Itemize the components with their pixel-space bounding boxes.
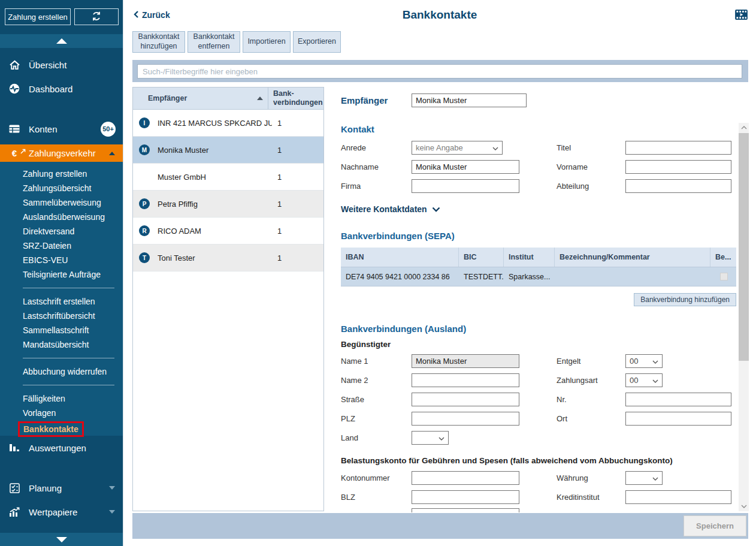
- contact-name: Petra Pfiffig: [152, 200, 272, 209]
- contact-list: Empfänger Bank-verbindungen I INR 421 MA…: [132, 87, 324, 511]
- clipped-input[interactable]: [412, 508, 519, 512]
- submenu-item-faelligkeiten[interactable]: Fälligkeiten: [0, 391, 123, 406]
- column-header-label: Empfänger: [148, 94, 187, 102]
- video-tutorial-button[interactable]: [735, 10, 748, 22]
- submenu-item-mandatsuebersicht[interactable]: Mandatsübersicht: [0, 337, 123, 352]
- submenu-item-abbuchung-widerrufen[interactable]: Abbuchung widerrufen: [0, 364, 123, 379]
- land-select[interactable]: [412, 431, 449, 445]
- column-header-be[interactable]: Be...: [710, 248, 736, 267]
- chevron-down-icon: [652, 473, 658, 482]
- waehrung-select[interactable]: [625, 471, 663, 485]
- export-button[interactable]: Exportieren: [293, 31, 341, 53]
- contact-row-selected[interactable]: M Monika Muster 1: [133, 137, 323, 164]
- titel-input[interactable]: [625, 141, 731, 155]
- abteilung-input[interactable]: [625, 179, 731, 193]
- name2-input[interactable]: [412, 373, 519, 387]
- chevron-down-icon: [109, 486, 115, 490]
- weitere-kontaktdaten-toggle[interactable]: Weitere Kontaktdaten: [341, 204, 440, 214]
- submenu-item-ebics-veu[interactable]: EBICS-VEU: [0, 253, 123, 267]
- submenu-item-sammellastschrift[interactable]: Sammellastschrift: [0, 323, 123, 337]
- plz-input[interactable]: [412, 412, 519, 426]
- submenu-item-zahlungsuebersicht[interactable]: Zahlungsübersicht: [0, 181, 123, 195]
- empfaenger-label: Empfänger: [341, 95, 388, 105]
- avatar-slot: T: [137, 252, 152, 263]
- main-content: Zurück Bankkontakte Bankkontakt hinzufüg…: [123, 0, 756, 546]
- nr-input[interactable]: [625, 393, 731, 406]
- belastungskonto-heading: Belastungskonto für Gebühren und Spesen …: [341, 456, 673, 465]
- refresh-icon: [91, 11, 102, 23]
- submenu-item-lastschrift-erstellen[interactable]: Lastschrift erstellen: [0, 294, 123, 309]
- sidebar-item-auswertungen[interactable]: Auswertungen: [0, 437, 123, 458]
- bezeichnung-cell: [555, 267, 710, 286]
- column-header-iban[interactable]: IBAN: [341, 248, 459, 267]
- sidebar-item-dashboard[interactable]: Dashboard: [0, 78, 123, 99]
- search-input[interactable]: [137, 64, 742, 79]
- scrollbar-thumb[interactable]: [739, 133, 749, 361]
- save-button[interactable]: Speichern: [684, 515, 746, 536]
- remove-bankcontact-button[interactable]: Bankkontakt entfernen: [188, 31, 240, 53]
- submenu-divider: [23, 288, 114, 288]
- blz-input[interactable]: [412, 490, 519, 504]
- zahlungsverkehr-submenu: Zahlung erstellen Zahlungsübersicht Samm…: [0, 162, 123, 436]
- scroll-down-arrow[interactable]: [739, 502, 749, 511]
- submenu-item-zahlung-erstellen[interactable]: Zahlung erstellen: [0, 167, 123, 181]
- nachname-input[interactable]: [412, 160, 519, 174]
- sidebar-item-konten[interactable]: Konten 50+: [0, 118, 123, 140]
- strasse-input[interactable]: [412, 393, 519, 406]
- submenu-item-teilsignierte-auftraege[interactable]: Teilsignierte Aufträge: [0, 267, 123, 282]
- kreditinstitut-input[interactable]: [625, 490, 731, 504]
- column-header-institut[interactable]: Institut: [504, 248, 555, 267]
- submenu-item-bankkontakte-active[interactable]: Bankkontakte: [18, 421, 84, 437]
- submenu-item-lastschriftuebersicht[interactable]: Lastschriftübersicht: [0, 309, 123, 323]
- contact-row[interactable]: R RICO ADAM 1: [133, 218, 323, 245]
- contact-row[interactable]: Muster GmbH 1: [133, 164, 323, 191]
- scroll-up-arrow[interactable]: [739, 123, 749, 132]
- chevron-up-icon: [56, 38, 67, 44]
- column-header-bankverbindungen[interactable]: Bank-verbindungen: [268, 88, 323, 109]
- sidebar-item-planung[interactable]: Planung: [0, 477, 123, 499]
- submenu-item-vorlagen[interactable]: Vorlagen: [0, 406, 123, 420]
- bic-cell: TESTDETT...: [459, 267, 504, 286]
- sidebar-item-label: Zahlungsverkehr: [29, 148, 96, 158]
- sidebar-item-uebersicht[interactable]: Übersicht: [0, 54, 123, 76]
- nr-label: Nr.: [557, 395, 567, 404]
- vertical-scrollbar[interactable]: [739, 123, 749, 511]
- chevron-down-icon: [109, 510, 115, 514]
- row-checkbox[interactable]: [720, 273, 728, 280]
- submenu-item-direktversand[interactable]: Direktversand: [0, 224, 123, 239]
- import-button[interactable]: Importieren: [243, 31, 291, 53]
- column-header-bic[interactable]: BIC: [459, 248, 504, 267]
- kontonummer-input[interactable]: [412, 471, 519, 485]
- submenu-item-srz-dateien[interactable]: SRZ-Dateien: [0, 239, 123, 253]
- column-header-bezeichnung[interactable]: Bezeichnung/Kommentar: [555, 248, 710, 267]
- add-bankcontact-button[interactable]: Bankkontakt hinzufügen: [132, 31, 185, 53]
- institut-cell: Sparkasse...: [504, 267, 555, 286]
- column-header-empfaenger[interactable]: Empfänger: [133, 88, 268, 109]
- contact-row[interactable]: T Toni Tester 1: [133, 245, 323, 272]
- sidebar-collapse-bottom[interactable]: [0, 533, 123, 546]
- sidebar-item-wertpapiere[interactable]: Wertpapiere: [0, 501, 123, 523]
- sidebar-collapse-top[interactable]: [0, 34, 123, 48]
- create-payment-button[interactable]: Zahlung erstellen: [5, 8, 71, 25]
- checkbox-cell: [710, 267, 736, 286]
- waehrung-label: Währung: [557, 473, 588, 482]
- sepa-row-selected[interactable]: DE74 9405 9421 0000 2334 86 TESTDETT... …: [341, 267, 736, 286]
- firma-input[interactable]: [412, 179, 519, 193]
- zahlungsart-label: Zahlungsart: [557, 376, 598, 385]
- contact-row[interactable]: I INR 421 MARCUS SPKCARD JUNI 1: [133, 110, 323, 137]
- add-bank-connection-button[interactable]: Bankverbindung hinzufügen: [634, 293, 736, 306]
- anrede-select[interactable]: keine Angabe: [412, 141, 503, 155]
- ort-input[interactable]: [625, 412, 731, 426]
- vorname-input[interactable]: [625, 160, 731, 174]
- vorname-label: Vorname: [557, 162, 588, 171]
- contact-row[interactable]: P Petra Pfiffig 1: [133, 191, 323, 218]
- empfaenger-input[interactable]: [412, 93, 527, 107]
- name2-label: Name 2: [341, 376, 368, 385]
- entgelt-select[interactable]: 00: [625, 354, 663, 368]
- submenu-item-sammelueberweisung[interactable]: Sammelüberweisung: [0, 195, 123, 210]
- sidebar-item-zahlungsverkehr[interactable]: € Zahlungsverkehr: [0, 144, 123, 162]
- zahlungsart-select[interactable]: 00: [625, 373, 663, 387]
- refresh-button[interactable]: [74, 8, 119, 25]
- submenu-item-auslandsueberweisung[interactable]: Auslandsüberweisung: [0, 210, 123, 224]
- sidebar-item-label: Planung: [29, 483, 62, 493]
